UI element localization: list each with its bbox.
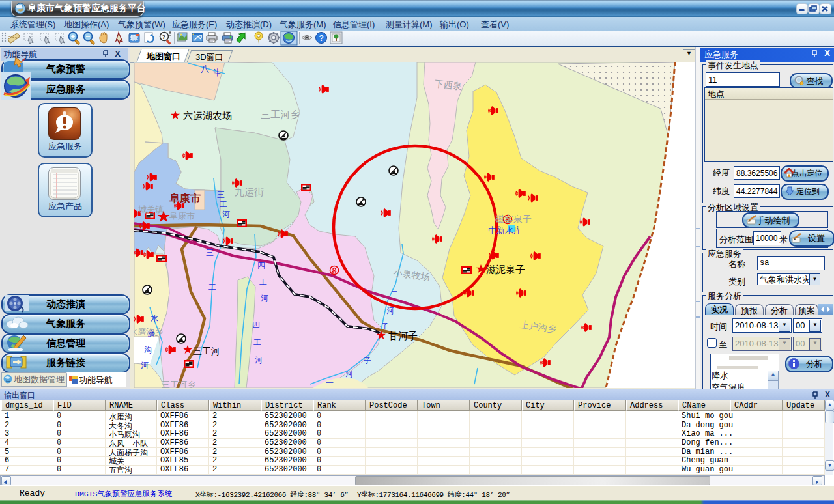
svg-text:九运街: 九运街 (235, 186, 264, 197)
svg-text:河: 河 (255, 356, 263, 365)
svg-text:子: 子 (381, 322, 389, 331)
svg-text:河: 河 (222, 210, 230, 219)
svg-text:三工河乡: 三工河乡 (162, 380, 195, 388)
svg-text:工: 工 (253, 338, 261, 347)
svg-text:工: 工 (259, 277, 267, 287)
svg-text:二: 二 (326, 376, 334, 385)
svg-text:沟: 沟 (144, 345, 152, 354)
svg-text:磁窑泉子: 磁窑泉子 (495, 214, 532, 224)
svg-text:?: ? (162, 34, 166, 40)
svg-text:工: 工 (220, 200, 227, 209)
svg-text:子: 子 (364, 356, 371, 365)
svg-text:河: 河 (386, 306, 394, 315)
svg-text:三工河: 三工河 (193, 346, 220, 356)
svg-text:甘河子: 甘河子 (388, 330, 418, 341)
svg-text:阜康市: 阜康市 (169, 211, 195, 221)
svg-text:滋泥泉子: 滋泥泉子 (486, 264, 525, 275)
svg-text:二: 二 (390, 289, 398, 298)
svg-text:中新水库: 中新水库 (488, 225, 522, 235)
svg-text:阜康市: 阜康市 (169, 192, 201, 204)
svg-text:三工河乡: 三工河乡 (261, 109, 300, 120)
svg-text:河: 河 (345, 369, 353, 378)
svg-text:河: 河 (141, 361, 149, 370)
svg-text:四: 四 (257, 261, 265, 270)
svg-text:八: 八 (201, 64, 209, 74)
svg-text:水: 水 (151, 314, 158, 323)
svg-text:工: 工 (208, 283, 216, 292)
svg-text:城关镇: 城关镇 (138, 204, 164, 214)
svg-text:三: 三 (206, 248, 214, 257)
svg-text:六运湖农场: 六运湖农场 (183, 110, 232, 121)
svg-text:河: 河 (261, 294, 268, 303)
svg-text:斗: 斗 (212, 68, 221, 77)
svg-text:磨: 磨 (147, 329, 155, 339)
svg-text:三: 三 (217, 190, 225, 199)
svg-text:四: 四 (252, 320, 260, 329)
svg-text:?: ? (319, 34, 324, 43)
